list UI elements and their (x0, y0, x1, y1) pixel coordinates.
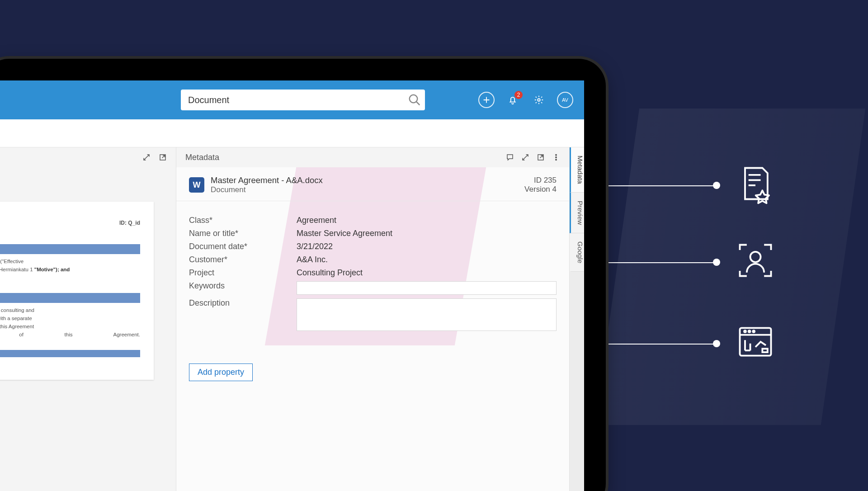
metadata-header: Metadata (176, 147, 569, 167)
prop-value[interactable]: 3/21/2022 (297, 242, 557, 251)
device-bezel: 2 AV (0, 59, 606, 491)
person-focus-icon (735, 240, 776, 283)
add-property-button[interactable]: Add property (189, 364, 253, 381)
settings-button[interactable] (531, 92, 547, 108)
user-avatar[interactable]: AV (557, 92, 573, 108)
doc-line: …3 Main Street, Dallas, TX. (0, 275, 140, 280)
prop-row-project: Project Consulting Project (189, 268, 557, 278)
prop-label: Class* (189, 216, 297, 225)
file-name: Master Agreement - A&A.docx (211, 175, 323, 185)
prop-row-date: Document date* 3/21/2022 (189, 242, 557, 251)
doc-line: …cable to Customer's access and use of c… (0, 307, 140, 313)
doc-line: …aving its principal place of business a… (0, 267, 140, 272)
side-tab-preview[interactable]: Preview (570, 193, 584, 233)
prop-label: Description (189, 298, 297, 308)
workspace: ID: Q_id …ement") is entered into on [Va… (0, 147, 584, 491)
prop-label: Customer* (189, 255, 297, 264)
svg-rect-5 (762, 349, 768, 352)
expand-icon[interactable] (142, 153, 151, 161)
avatar-initials: AV (562, 97, 568, 103)
doc-line: …ement") is entered into on [Valid From]… (0, 259, 140, 264)
prop-label: Keywords (189, 281, 297, 295)
create-button[interactable] (478, 92, 495, 108)
document-page: ID: Q_id …ement") is entered into on [Va… (0, 202, 154, 380)
prop-value[interactable]: Agreement (297, 216, 557, 225)
callout-dot-1 (713, 182, 720, 189)
svg-point-4 (753, 330, 755, 332)
callout-line-3 (600, 344, 716, 345)
file-header-row: W Master Agreement - A&A.docx Document I… (176, 167, 569, 201)
file-type: Document (211, 185, 323, 194)
top-actions: 2 AV (478, 92, 573, 108)
prop-row-keywords: Keywords (189, 281, 557, 295)
svg-point-10 (556, 155, 557, 156)
word-file-icon: W (189, 177, 204, 193)
app-screen: 2 AV (0, 80, 584, 491)
search-wrapper (181, 90, 425, 110)
svg-point-2 (744, 330, 746, 332)
description-input[interactable] (297, 298, 557, 331)
doc-heading-bar (0, 244, 140, 254)
svg-point-3 (749, 330, 750, 332)
prop-row-description: Description (189, 298, 557, 331)
svg-point-12 (556, 159, 557, 160)
search-button[interactable] (408, 93, 421, 107)
preview-toolbar (0, 147, 176, 167)
prop-value[interactable]: Master Service Agreement (297, 229, 557, 238)
notifications-button[interactable]: 2 (505, 92, 521, 108)
plus-icon (481, 95, 491, 105)
document-star-icon (735, 163, 776, 206)
prop-label: Project (189, 268, 297, 278)
prop-row-name: Name or title* Master Service Agreement (189, 229, 557, 238)
doc-line: and conditions of this Agreement. (0, 332, 140, 337)
metadata-title: Metadata (185, 153, 219, 162)
prop-row-customer: Customer* A&A Inc. (189, 255, 557, 264)
popout-icon[interactable] (537, 153, 545, 161)
marketing-band (595, 109, 865, 425)
doc-heading-bar (0, 350, 140, 357)
expand-icon[interactable] (521, 153, 529, 161)
metadata-pane: Metadata W Master Agreement - A&A.docx (176, 147, 570, 491)
doc-line: …greement. Each Order that references th… (0, 324, 140, 329)
prop-row-class: Class* Agreement (189, 216, 557, 225)
side-tab-google[interactable]: Google (570, 233, 584, 272)
comment-icon[interactable] (506, 153, 514, 161)
doc-line: …ment and/or as ordered by Customer with… (0, 316, 140, 321)
breadcrumb-bar (0, 119, 584, 147)
prop-value[interactable]: A&A Inc. (297, 255, 557, 264)
popout-icon[interactable] (159, 153, 167, 161)
keywords-input[interactable] (297, 281, 557, 295)
prop-value[interactable]: Consulting Project (297, 268, 557, 278)
doc-id-label: ID: Q_id (0, 220, 140, 226)
callout-line-2 (600, 262, 716, 263)
document-preview-pane: ID: Q_id …ement") is entered into on [Va… (0, 147, 176, 491)
file-version: Version 4 (524, 185, 557, 194)
callout-dot-3 (713, 340, 720, 347)
dashboard-window-icon (735, 321, 776, 364)
doc-heading-bar (0, 293, 140, 303)
svg-point-7 (538, 99, 540, 101)
side-tabs: Metadata Preview Google (570, 147, 584, 491)
svg-point-6 (410, 95, 418, 103)
callout-dot-2 (713, 259, 720, 266)
more-vertical-icon[interactable] (552, 153, 560, 161)
gear-icon (534, 95, 544, 105)
side-tab-metadata[interactable]: Metadata (570, 147, 584, 193)
svg-point-11 (556, 157, 557, 158)
svg-point-0 (750, 252, 761, 262)
file-id: ID 235 (524, 176, 557, 185)
search-icon (408, 93, 421, 107)
prop-label: Document date* (189, 242, 297, 251)
metadata-properties: Class* Agreement Name or title* Master S… (176, 201, 569, 345)
prop-label: Name or title* (189, 229, 297, 238)
callout-line-1 (600, 185, 716, 186)
top-bar: 2 AV (0, 80, 584, 119)
search-input[interactable] (181, 90, 425, 110)
notification-badge: 2 (514, 91, 523, 99)
